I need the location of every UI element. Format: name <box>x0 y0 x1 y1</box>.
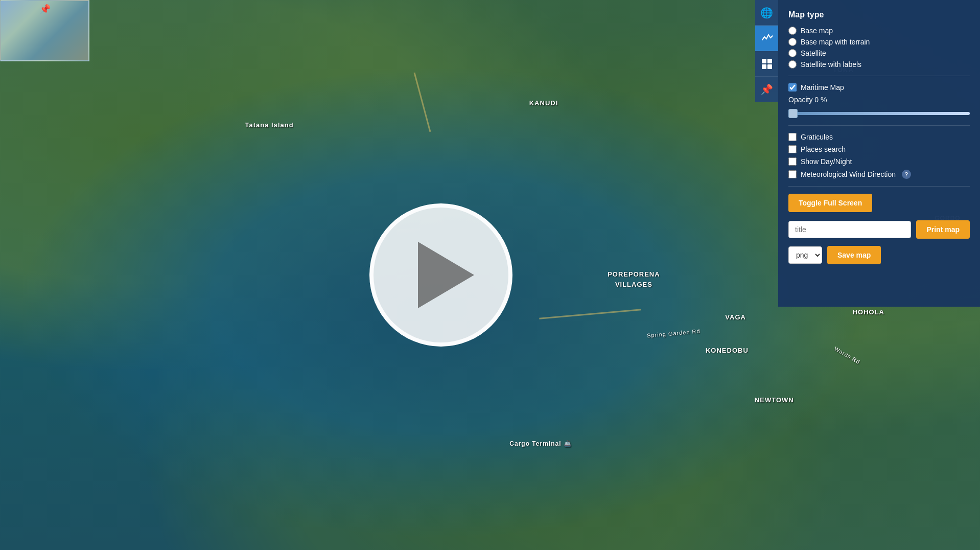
divider-2 <box>788 125 970 126</box>
checkbox-met-wind: Meteorological Wind Direction ? <box>788 170 970 179</box>
divider-3 <box>788 186 970 187</box>
met-wind-info-icon[interactable]: ? <box>902 170 911 179</box>
svg-rect-0 <box>762 59 766 63</box>
opacity-section: Opacity 0 % <box>788 96 970 117</box>
format-select[interactable]: png jpg svg <box>788 246 822 264</box>
radio-satellite-input[interactable] <box>788 49 797 57</box>
divider-1 <box>788 76 970 76</box>
checkbox-show-day-night-input[interactable] <box>788 157 797 166</box>
checkbox-met-wind-input[interactable] <box>788 170 797 178</box>
play-triangle-icon <box>418 242 474 308</box>
radio-satellite-labels-label[interactable]: Satellite with labels <box>801 60 861 68</box>
radio-satellite-label[interactable]: Satellite <box>801 49 826 57</box>
radio-satellite: Satellite <box>788 49 970 57</box>
print-map-button[interactable]: Print map <box>916 220 970 239</box>
print-section: Print map <box>788 220 970 239</box>
checkbox-maritime-label[interactable]: Maritime Map <box>801 83 844 91</box>
checkbox-graticules-input[interactable] <box>788 133 797 141</box>
opacity-label: Opacity 0 % <box>788 96 970 104</box>
radio-base-map-terrain-input[interactable] <box>788 38 797 46</box>
activity-toolbar-icon[interactable] <box>755 26 778 51</box>
play-button[interactable] <box>369 203 512 347</box>
pin-toolbar-icon[interactable]: 📌 <box>755 77 778 102</box>
radio-base-map-label[interactable]: Base map <box>801 27 833 35</box>
grid-toolbar-icon[interactable] <box>755 51 778 77</box>
radio-satellite-labels: Satellite with labels <box>788 60 970 68</box>
checkbox-places-search-input[interactable] <box>788 145 797 153</box>
save-section: png jpg svg Save map <box>788 246 970 264</box>
svg-rect-3 <box>767 64 772 69</box>
checkbox-show-day-night-label[interactable]: Show Day/Night <box>801 157 852 166</box>
globe-toolbar-icon[interactable]: 🌐 <box>755 0 778 26</box>
checkbox-met-wind-label[interactable]: Meteorological Wind Direction <box>801 170 896 178</box>
radio-base-map-input[interactable] <box>788 27 797 35</box>
title-input[interactable] <box>788 221 911 238</box>
checkbox-maritime: Maritime Map <box>788 83 970 91</box>
svg-rect-1 <box>767 59 772 63</box>
checkbox-maritime-input[interactable] <box>788 83 797 91</box>
map-type-heading: Map type <box>788 10 970 19</box>
radio-base-map: Base map <box>788 27 970 35</box>
opacity-slider[interactable] <box>788 112 970 115</box>
save-map-button[interactable]: Save map <box>827 246 881 264</box>
sidebar-panel: Map type Base map Base map with terrain … <box>778 0 980 307</box>
toggle-fullscreen-button[interactable]: Toggle Full Screen <box>788 194 872 212</box>
thumbnail-pin-icon: 📌 <box>39 4 51 15</box>
thumbnail-preview: 📌 <box>0 0 89 61</box>
radio-base-map-terrain: Base map with terrain <box>788 38 970 46</box>
checkbox-graticules: Graticules <box>788 133 970 141</box>
checkbox-show-day-night: Show Day/Night <box>788 157 970 166</box>
radio-base-map-terrain-label[interactable]: Base map with terrain <box>801 38 870 46</box>
checkbox-places-search: Places search <box>788 145 970 153</box>
checkbox-graticules-label[interactable]: Graticules <box>801 133 833 141</box>
svg-rect-2 <box>762 64 766 69</box>
checkbox-places-search-label[interactable]: Places search <box>801 145 846 153</box>
radio-satellite-labels-input[interactable] <box>788 60 797 68</box>
icon-toolbar: 🌐 📌 <box>755 0 778 102</box>
